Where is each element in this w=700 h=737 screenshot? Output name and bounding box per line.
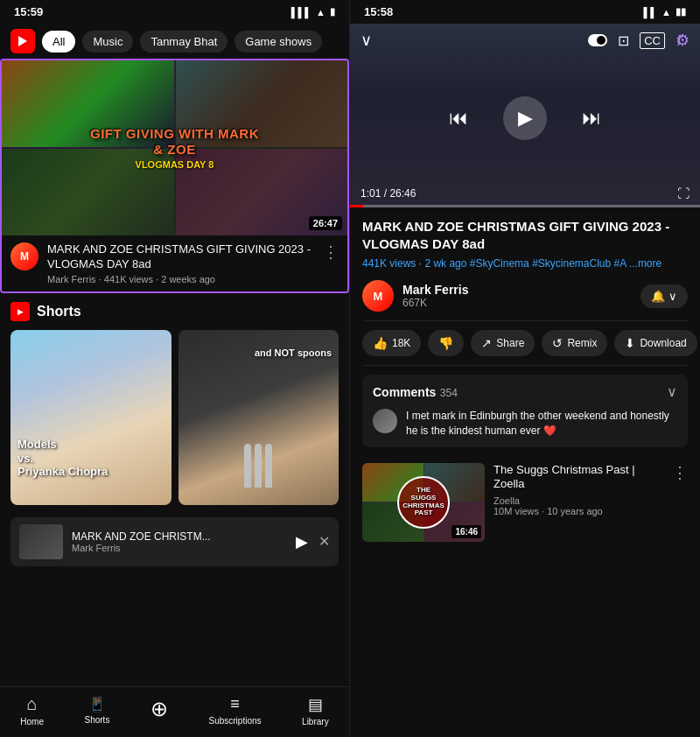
shorts-section: Shorts Models vs. Priyanka Chopra and NO… [0, 293, 349, 510]
channel-avatar: M [362, 280, 394, 312]
library-icon: ▤ [308, 695, 323, 714]
vlogmas-text: VLOGMAS DAY 8 [88, 159, 262, 170]
right-battery-icon: ▮▮ [676, 6, 686, 18]
download-button[interactable]: ⬇ Download [614, 330, 696, 356]
gift-text: GIFT GIVING WITH MARK & ZOE [88, 126, 262, 158]
home-label: Home [20, 717, 44, 726]
player-chevron-down[interactable]: ∨ [360, 31, 372, 50]
short-item-1[interactable]: Models vs. Priyanka Chopra [10, 330, 172, 505]
mini-close-button[interactable]: ✕ [318, 533, 330, 550]
nav-create[interactable]: ⊕ [150, 697, 168, 724]
channel-row: M Mark Ferris 667K 🔔 ∨ [362, 271, 688, 321]
player-expand-button[interactable]: ⛶ [677, 186, 690, 200]
video-player[interactable]: ∨ ⊡ CC ⚙ ↑ ⏮ ▶ ⏭ 1:01 / 26:46 [350, 24, 700, 207]
right-panel: 15:58 ▌▌ ▲ ▮▮ ∨ ⊡ CC ⚙ [350, 0, 700, 737]
player-next-button[interactable]: ⏭ [582, 107, 601, 130]
youtube-logo[interactable] [10, 29, 35, 53]
nav-home[interactable]: ⌂ Home [20, 694, 44, 726]
shorts-title: Shorts [37, 304, 81, 319]
left-time: 15:59 [14, 5, 43, 18]
nav-subscriptions[interactable]: ≡ Subscriptions [209, 695, 262, 726]
rec-channel: Zoella [494, 495, 663, 506]
short-overlay-1: Models vs. Priyanka Chopra [18, 438, 108, 479]
mini-info: MARK AND ZOE CHRISTM... Mark Ferris [72, 530, 287, 553]
dislike-button[interactable]: 👎 [428, 330, 464, 356]
shorts-nav-icon: 📱 [88, 696, 106, 712]
suggs-overlay-text: THE SUGGS CHRISTMAS PAST [397, 476, 450, 529]
short-thumb-1: Models vs. Priyanka Chopra [10, 330, 172, 505]
player-bottom-controls: 1:01 / 26:46 ⛶ [350, 179, 700, 207]
tab-gameshows[interactable]: Game shows [234, 31, 322, 53]
right-status-bar: 15:58 ▌▌ ▲ ▮▮ [350, 0, 700, 24]
shorts-logo [10, 302, 30, 321]
player-controls-overlay: ∨ ⊡ CC ⚙ ↑ ⏮ ▶ ⏭ 1:01 / 26:46 [350, 24, 700, 207]
like-button[interactable]: 👍 18K [362, 330, 421, 356]
action-row: 👍 18K 👎 ↗ Share ↺ Remix ⬇ Download [362, 321, 688, 366]
battery-icon: ▮ [330, 6, 335, 18]
player-time-display: 1:01 / 26:46 [360, 187, 416, 200]
download-icon: ⬇ [625, 336, 635, 350]
notify-button[interactable]: 🔔 ∨ [640, 284, 688, 308]
mini-title: MARK AND ZOE CHRISTM... [72, 530, 212, 543]
short-item-2[interactable]: and NOT spoons [178, 330, 340, 505]
subscriptions-label: Subscriptions [209, 716, 262, 726]
rec-info: The Suggs Christmas Past | Zoella Zoella… [494, 463, 663, 542]
rec-more-icon[interactable]: ⋮ [672, 463, 688, 542]
mini-thumb [19, 524, 63, 559]
share-label: Share [496, 337, 524, 349]
comment-text: I met mark in Edinburgh the other weeken… [406, 409, 677, 439]
bottom-nav: ⌂ Home 📱 Shorts ⊕ ≡ Subscriptions ▤ Libr… [0, 686, 349, 737]
detail-title: MARK AND ZOE CHRISTMAS GIFT GIVING 2023 … [362, 218, 688, 252]
progress-fill [350, 205, 363, 207]
download-label: Download [640, 337, 686, 349]
signal-icon: ▌▌▌ [291, 7, 312, 18]
cast-icon[interactable]: ⊡ [618, 32, 629, 49]
mini-player[interactable]: MARK AND ZOE CHRISTM... Mark Ferris ▶ ✕ [10, 517, 339, 566]
commenter-avatar [373, 409, 397, 433]
recommended-video[interactable]: THE SUGGS CHRISTMAS PAST 16:46 The Suggs… [362, 454, 688, 551]
comments-expand-icon[interactable]: ∨ [667, 383, 677, 400]
mini-controls: ▶ ✕ [296, 532, 330, 551]
short-thumb-2: and NOT spoons [178, 330, 340, 505]
remix-button[interactable]: ↺ Remix [542, 330, 607, 356]
short-overlay-2: and NOT spoons [255, 347, 332, 358]
player-play-button[interactable]: ▶ [503, 96, 547, 140]
comments-title: Comments [373, 385, 436, 399]
spoons-visual [244, 444, 272, 488]
dislike-icon: 👎 [438, 336, 453, 350]
tab-tanmay[interactable]: Tanmay Bhat [140, 31, 228, 53]
comments-title-group: Comments 354 [373, 384, 458, 400]
cc-icon[interactable]: CC [640, 32, 665, 49]
tab-all[interactable]: All [42, 31, 75, 53]
left-status-bar: 15:59 ▌▌▌ ▲ ▮ [0, 0, 349, 24]
bell-icon: 🔔 [651, 290, 665, 303]
comments-section[interactable]: Comments 354 ∨ I met mark in Edinburgh t… [362, 375, 688, 447]
left-status-icons: ▌▌▌ ▲ ▮ [291, 6, 335, 18]
shorts-grid: Models vs. Priyanka Chopra and NOT spoon… [10, 330, 339, 505]
thumbnail-overlay: GIFT GIVING WITH MARK & ZOE VLOGMAS DAY … [88, 126, 262, 170]
player-toggle-icon[interactable] [588, 34, 607, 46]
right-time: 15:58 [364, 5, 393, 18]
home-icon: ⌂ [27, 694, 38, 714]
wifi-icon: ▲ [316, 7, 326, 18]
video-meta: MARK AND ZOE CHRISTMAS GIFT GIVING 2023 … [47, 242, 314, 284]
more-button[interactable]: ...more [629, 257, 662, 270]
like-count: 18K [392, 337, 410, 349]
mini-channel: Mark Ferris [72, 543, 287, 553]
avatar-left: M [10, 242, 38, 270]
player-prev-button[interactable]: ⏮ [449, 107, 468, 130]
more-icon-left[interactable]: ⋮ [323, 242, 339, 262]
mini-play-button[interactable]: ▶ [296, 532, 308, 551]
main-video-card[interactable]: GIFT GIVING WITH MARK & ZOE VLOGMAS DAY … [0, 59, 349, 293]
shorts-nav-label: Shorts [85, 715, 110, 725]
rec-duration-badge: 16:46 [452, 525, 481, 538]
player-top-controls: ∨ ⊡ CC ⚙ [350, 24, 700, 57]
comment-row: I met mark in Edinburgh the other weeken… [373, 409, 677, 439]
video-details: MARK AND ZOE CHRISTMAS GIFT GIVING 2023 … [350, 207, 700, 737]
right-wifi-icon: ▲ [662, 7, 671, 18]
nav-shorts[interactable]: 📱 Shorts [85, 696, 110, 725]
video-title-left: MARK AND ZOE CHRISTMAS GIFT GIVING 2023 … [47, 242, 314, 272]
tab-music[interactable]: Music [82, 31, 133, 53]
nav-library[interactable]: ▤ Library [302, 695, 329, 726]
share-button[interactable]: ↗ Share [471, 330, 535, 356]
